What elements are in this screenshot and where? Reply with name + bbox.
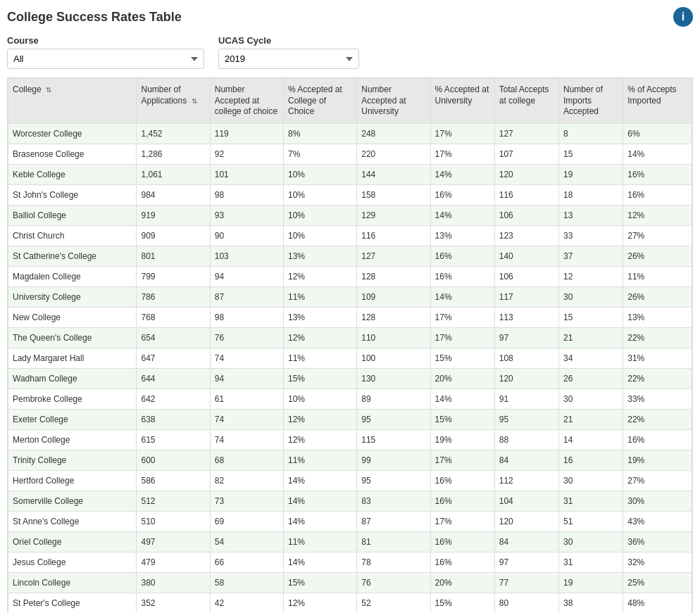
cell-college: Lady Margaret Hall <box>8 348 137 368</box>
table-row: Balliol College9199310%12914%1061312% <box>8 205 692 225</box>
info-icon[interactable]: i <box>673 7 693 27</box>
cell-pct_uni: 14% <box>430 164 494 184</box>
table-row: New College7689813%12817%1131513% <box>8 307 692 327</box>
col-header-total-accepts: Total Accepts at college <box>494 79 558 124</box>
table-row: St Anne's College5106914%8717%1205143% <box>8 511 692 531</box>
table-row: St John's College9849810%15816%1161816% <box>8 184 692 205</box>
col-header-accepted-choice: Number Accepted at college of choice <box>210 79 283 124</box>
cell-total_accepts: 108 <box>494 348 558 368</box>
cell-accepted_uni: 89 <box>357 388 430 409</box>
cell-pct_imports: 6% <box>623 123 692 144</box>
cell-pct_uni: 15% <box>430 348 494 368</box>
col-header-pct-choice: % Accepted at College of Choice <box>284 79 357 124</box>
cell-pct_choice: 15% <box>284 572 357 593</box>
cell-accepted_uni: 144 <box>357 164 430 184</box>
cell-total_accepts: 104 <box>494 491 558 511</box>
cell-accepted_choice: 68 <box>210 450 283 470</box>
cell-imports: 16 <box>559 450 623 470</box>
cell-applications: 647 <box>137 348 210 368</box>
cell-applications: 497 <box>137 531 210 552</box>
college-success-table: College ⇅ Number of Applications ⇅ Numbe… <box>8 78 692 613</box>
cell-applications: 799 <box>137 266 210 286</box>
cell-imports: 19 <box>559 164 623 184</box>
cell-imports: 34 <box>559 348 623 368</box>
cell-total_accepts: 120 <box>494 368 558 388</box>
cell-accepted_uni: 127 <box>357 246 430 266</box>
cell-applications: 380 <box>137 572 210 593</box>
cell-pct_uni: 14% <box>430 205 494 225</box>
table-row: Wadham College6449415%13020%1202622% <box>8 368 692 388</box>
cell-accepted_uni: 95 <box>357 409 430 429</box>
cell-pct_imports: 25% <box>623 572 692 593</box>
cell-college: Jesus College <box>8 552 137 572</box>
col-header-applications[interactable]: Number of Applications ⇅ <box>137 79 210 124</box>
table-row: Christ Church9099010%11613%1233327% <box>8 225 692 246</box>
cell-accepted_uni: 76 <box>357 572 430 593</box>
table-row: Brasenose College1,286927%22017%1071514% <box>8 144 692 164</box>
cell-total_accepts: 113 <box>494 307 558 327</box>
cell-pct_uni: 16% <box>430 470 494 491</box>
cell-total_accepts: 95 <box>494 409 558 429</box>
cell-pct_choice: 10% <box>284 164 357 184</box>
cell-applications: 638 <box>137 409 210 429</box>
cell-accepted_choice: 66 <box>210 552 283 572</box>
cell-pct_imports: 43% <box>623 511 692 531</box>
cell-accepted_choice: 90 <box>210 225 283 246</box>
cell-accepted_uni: 83 <box>357 491 430 511</box>
cell-pct_choice: 10% <box>284 225 357 246</box>
cell-applications: 642 <box>137 388 210 409</box>
cell-total_accepts: 127 <box>494 123 558 144</box>
cell-pct_imports: 26% <box>623 246 692 266</box>
cell-pct_imports: 14% <box>623 144 692 164</box>
cell-imports: 51 <box>559 511 623 531</box>
cell-pct_imports: 27% <box>623 470 692 491</box>
col-header-imports: Number of Imports Accepted <box>559 79 623 124</box>
col-header-college[interactable]: College ⇅ <box>8 79 137 124</box>
cell-pct_choice: 11% <box>284 348 357 368</box>
cell-pct_imports: 33% <box>623 388 692 409</box>
cell-accepted_uni: 99 <box>357 450 430 470</box>
cell-imports: 15 <box>559 144 623 164</box>
cell-pct_choice: 12% <box>284 409 357 429</box>
cell-accepted_uni: 109 <box>357 286 430 307</box>
ucas-select[interactable]: 2019 <box>218 49 359 69</box>
cell-accepted_choice: 101 <box>210 164 283 184</box>
cell-total_accepts: 97 <box>494 327 558 348</box>
cell-accepted_uni: 52 <box>357 593 430 613</box>
cell-pct_uni: 16% <box>430 184 494 205</box>
cell-accepted_uni: 87 <box>357 511 430 531</box>
cell-accepted_choice: 87 <box>210 286 283 307</box>
cell-pct_choice: 12% <box>284 266 357 286</box>
cell-pct_choice: 8% <box>284 123 357 144</box>
cell-applications: 1,452 <box>137 123 210 144</box>
cell-pct_imports: 12% <box>623 205 692 225</box>
cell-applications: 479 <box>137 552 210 572</box>
cell-accepted_choice: 74 <box>210 429 283 450</box>
cell-imports: 18 <box>559 184 623 205</box>
cell-total_accepts: 116 <box>494 184 558 205</box>
col-header-pct-uni: % Accepted at University <box>430 79 494 124</box>
table-row: Jesus College4796614%7816%973132% <box>8 552 692 572</box>
cell-pct_imports: 32% <box>623 552 692 572</box>
cell-accepted_choice: 58 <box>210 572 283 593</box>
cell-pct_choice: 12% <box>284 327 357 348</box>
cell-imports: 15 <box>559 307 623 327</box>
cell-total_accepts: 97 <box>494 552 558 572</box>
cell-college: Trinity College <box>8 450 137 470</box>
table-row: Magdalen College7999412%12816%1061211% <box>8 266 692 286</box>
cell-pct_uni: 17% <box>430 144 494 164</box>
cell-accepted_uni: 81 <box>357 531 430 552</box>
sort-icon-apps: ⇅ <box>192 96 197 106</box>
col-header-pct-imports: % of Accepts Imported <box>623 79 692 124</box>
cell-imports: 30 <box>559 388 623 409</box>
table-row: Lady Margaret Hall6477411%10015%1083431% <box>8 348 692 368</box>
cell-accepted_uni: 129 <box>357 205 430 225</box>
cell-accepted_choice: 42 <box>210 593 283 613</box>
cell-pct_choice: 11% <box>284 286 357 307</box>
cell-imports: 38 <box>559 593 623 613</box>
col-header-accepted-uni: Number Accepted at University <box>357 79 430 124</box>
cell-pct_choice: 12% <box>284 593 357 613</box>
cell-imports: 37 <box>559 246 623 266</box>
cell-applications: 510 <box>137 511 210 531</box>
course-select[interactable]: All <box>7 49 204 69</box>
